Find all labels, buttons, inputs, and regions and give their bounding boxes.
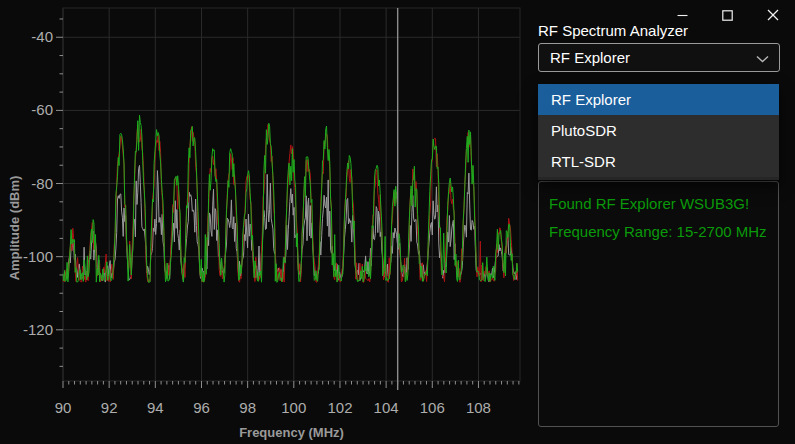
minimize-icon [677,10,688,21]
x-tick-label: 96 [193,399,210,416]
x-tick-label: 94 [147,399,164,416]
dropdown-option-rtl-sdr[interactable]: RTL-SDR [538,146,779,177]
window-controls [660,0,795,30]
x-tick-label: 90 [55,399,72,416]
maximize-icon [722,10,733,21]
minimize-button[interactable] [660,0,705,30]
y-tick-label: -40 [31,28,53,45]
x-tick-label: 106 [420,399,445,416]
device-dropdown[interactable]: RF Explorer [538,43,780,72]
x-tick-label: 104 [374,399,399,416]
x-axis-label: Frequency (MHz) [239,425,344,440]
dropdown-option-rf-explorer[interactable]: RF Explorer [538,84,779,115]
status-line-1: Found RF Explorer WSUB3G! [549,193,768,215]
trace-ad1414 [63,124,518,282]
y-tick-label: -80 [31,175,53,192]
device-dropdown-value: RF Explorer [550,49,630,66]
x-tick-label: 108 [466,399,491,416]
close-icon [767,9,779,21]
maximize-button[interactable] [705,0,750,30]
chevron-down-icon [756,49,769,67]
x-tick-label: 92 [101,399,118,416]
y-tick-label: -60 [31,101,53,118]
spectrum-chart-panel: 9092949698100102104106108-40-60-80-100-1… [0,0,530,444]
spectrum-plot[interactable]: 9092949698100102104106108-40-60-80-100-1… [0,0,530,444]
x-tick-label: 98 [239,399,256,416]
device-dropdown-popup: RF ExplorerPlutoSDRRTL-SDR [538,84,779,180]
y-axis-label: Amplitude (dBm) [7,176,22,281]
y-tick-label: -120 [23,321,53,338]
x-tick-label: 100 [281,399,306,416]
status-line-2: Frequency Range: 15-2700 MHz [549,221,768,243]
y-tick-label: -100 [23,248,53,265]
close-button[interactable] [750,0,795,30]
x-tick-label: 102 [327,399,352,416]
status-box: Found RF Explorer WSUB3G! Frequency Rang… [538,181,779,427]
dropdown-option-plutosdr[interactable]: PlutoSDR [538,115,779,146]
control-panel: RF Spectrum Analyzer RF Explorer Found R… [530,0,795,444]
